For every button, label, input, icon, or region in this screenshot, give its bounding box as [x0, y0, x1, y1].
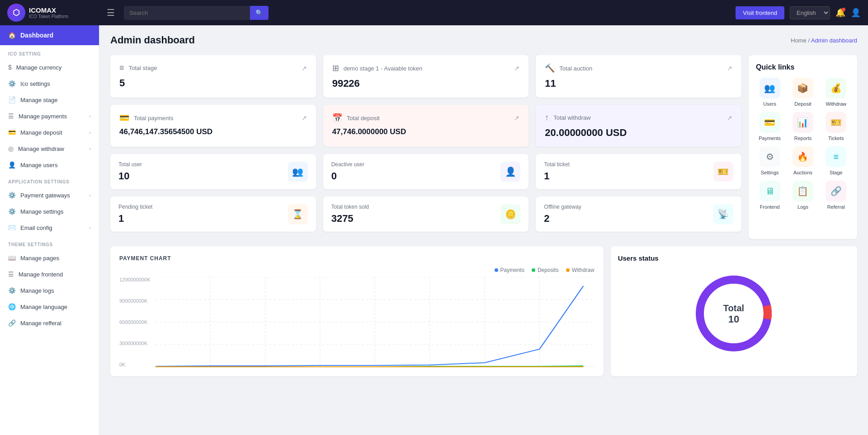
currency-icon: $: [8, 64, 12, 71]
total-ticket-label: Total ticket: [544, 161, 570, 168]
app-name: ICOMAX: [29, 6, 68, 14]
sidebar-item-manage-language[interactable]: 🌐 Manage language: [0, 299, 99, 315]
sidebar-label-manage-deposit: Manage deposit: [20, 129, 62, 136]
quick-link-deposit[interactable]: 📦 Deposit: [789, 78, 816, 107]
manage-frontend-icon: ☰: [8, 271, 14, 278]
quick-links-title: Quick links: [756, 63, 850, 71]
sidebar-item-dashboard[interactable]: 🏠 Dashboard: [0, 25, 99, 45]
total-withdraw-arrow: ↗: [727, 114, 732, 122]
search-input[interactable]: [124, 6, 250, 20]
breadcrumb-home[interactable]: Home: [791, 37, 807, 44]
small-stat-pending-ticket: Pending ticket 1 ⌛: [110, 196, 316, 232]
svg-text:Total: Total: [723, 303, 744, 313]
sidebar-item-email-config[interactable]: ✉️ Email config ›: [0, 220, 99, 236]
sidebar-item-manage-payments[interactable]: ☰ Manage payments ›: [0, 108, 99, 124]
small-stat-total-ticket: Total ticket 1 🎫: [536, 154, 741, 189]
quick-link-withdraw[interactable]: 💰 Withdraw: [822, 78, 850, 107]
total-deposit-label: Total deposit: [347, 115, 380, 122]
quick-link-auctions[interactable]: 🔥 Auctions: [789, 146, 816, 175]
sidebar-dashboard-label: Dashboard: [20, 32, 53, 39]
quick-link-tickets[interactable]: 🎫 Tickets: [822, 112, 850, 141]
sidebar-label-manage-currency: Manage currency: [16, 64, 61, 71]
svg-text:10: 10: [728, 313, 739, 325]
settings-quick-icon: ⚙: [760, 146, 780, 167]
chevron-right-icon-3: ›: [89, 146, 91, 151]
sidebar-item-manage-stage[interactable]: 📄 Manage stage: [0, 92, 99, 108]
logo-icon: ⬡: [7, 4, 25, 22]
total-user-value: 10: [118, 170, 142, 182]
total-stage-icon: ≡: [119, 63, 124, 73]
payments-quick-label: Payments: [759, 136, 781, 141]
stage-quick-icon: ≡: [826, 146, 846, 167]
quick-link-referral[interactable]: 🔗 Referral: [822, 181, 850, 210]
sidebar-item-manage-deposit[interactable]: 💳 Manage deposit ›: [0, 124, 99, 140]
chevron-right-icon-2: ›: [89, 130, 91, 135]
sidebar-item-manage-withdraw[interactable]: ◎ Manage withdraw ›: [0, 140, 99, 157]
total-user-icon: 👥: [288, 162, 308, 182]
chevron-right-icon-5: ›: [89, 225, 91, 230]
demo-stage-arrow: ↗: [514, 65, 519, 72]
manage-users-icon: 👤: [8, 161, 16, 168]
sidebar: 🏠 Dashboard ICO SETTING $ Manage currenc…: [0, 25, 99, 435]
quick-links-card: Quick links 👥 Users 📦 Deposit 💰 Withdraw: [749, 55, 857, 239]
search-button[interactable]: 🔍: [250, 6, 269, 20]
stat-card-total-auction: 🔨 Total auction ↗ 11: [536, 55, 741, 98]
users-quick-label: Users: [763, 101, 776, 107]
referral-quick-icon: 🔗: [826, 181, 846, 201]
sidebar-label-ico-settings: Ico settings: [20, 80, 50, 87]
manage-deposit-icon: 💳: [8, 129, 16, 136]
notifications-button[interactable]: 🔔: [835, 8, 845, 18]
sidebar-section-ico: ICO SETTING: [0, 45, 99, 59]
stat-card-total-deposit: 📅 Total deposit ↗ 47,746.0000000 USD: [323, 105, 529, 147]
sidebar-item-manage-logs[interactable]: ⚙️ Manage logs: [0, 282, 99, 299]
stat-card-demo-stage: ⊞ demo stage 1 - Avaiable token ↗ 99226: [323, 55, 529, 98]
quick-link-users[interactable]: 👥 Users: [756, 78, 783, 107]
sidebar-item-manage-pages[interactable]: 📖 Manage pages: [0, 250, 99, 266]
sidebar-item-manage-settings[interactable]: ⚙️ Manage settings: [0, 203, 99, 220]
total-auction-arrow: ↗: [727, 65, 732, 72]
sidebar-item-manage-frontend[interactable]: ☰ Manage frontend: [0, 266, 99, 282]
quick-link-frontend[interactable]: 🖥 Frontend: [756, 181, 783, 210]
user-profile-button[interactable]: 👤: [851, 8, 861, 18]
quick-link-stage[interactable]: ≡ Stage: [822, 146, 850, 175]
app-subtitle: ICO Token Platform: [29, 14, 68, 19]
navbar-right: Visit frontend English French Spanish 🔔 …: [736, 6, 861, 19]
donut-chart: Total 10: [618, 268, 850, 359]
deposit-quick-label: Deposit: [794, 101, 811, 107]
stats-column: ≡ Total stage ↗ 5 ⊞ demo stage 1 - Avaia…: [110, 55, 741, 239]
quick-link-reports[interactable]: 📊 Reports: [789, 112, 816, 141]
language-select[interactable]: English French Spanish: [790, 6, 830, 19]
ico-settings-icon: ⚙️: [8, 80, 16, 87]
email-config-icon: ✉️: [8, 224, 16, 231]
total-withdraw-value: 20.00000000 USD: [545, 127, 732, 139]
sidebar-item-manage-users[interactable]: 👤 Manage users: [0, 157, 99, 173]
quick-link-payments[interactable]: 💳 Payments: [756, 112, 783, 141]
deactive-user-label: Deactive user: [331, 161, 364, 168]
breadcrumb-row: Admin dashboard Home / Admin dashboard: [110, 34, 857, 46]
total-withdraw-icon: ↑: [545, 113, 549, 122]
total-auction-icon: 🔨: [545, 63, 555, 73]
quick-link-logs[interactable]: 📋 Logs: [789, 181, 816, 210]
sidebar-item-ico-settings[interactable]: ⚙️ Ico settings: [0, 75, 99, 92]
pending-ticket-icon: ⌛: [288, 204, 308, 224]
payment-chart-card: PAYMENT CHART Payments Deposits Withdraw: [110, 246, 604, 376]
legend-label-payments: Payments: [500, 267, 524, 273]
frontend-quick-icon: 🖥: [760, 181, 780, 201]
quick-link-settings[interactable]: ⚙ Settings: [756, 146, 783, 175]
small-stat-deactive-user: Deactive user 0 👤: [323, 154, 529, 189]
hamburger-button[interactable]: ☰: [103, 5, 118, 20]
visit-frontend-button[interactable]: Visit frontend: [736, 6, 784, 19]
users-status-title: Users status: [618, 254, 850, 262]
legend-payments: Payments: [495, 267, 524, 273]
sidebar-item-manage-currency[interactable]: $ Manage currency: [0, 59, 99, 75]
total-token-value: 3275: [331, 213, 369, 225]
chart-svg: [156, 277, 594, 367]
mid-stats-grid: 💳 Total payments ↗ 46,746,147.35654500 U…: [110, 105, 741, 147]
sidebar-label-manage-users: Manage users: [20, 162, 57, 168]
users-quick-icon: 👥: [760, 78, 780, 98]
legend-dot-payments: [495, 268, 498, 272]
notification-dot: [842, 8, 845, 11]
total-stage-label: Total stage: [129, 65, 157, 71]
sidebar-item-payment-gateways[interactable]: ⚙️ Payment gateways ›: [0, 187, 99, 203]
sidebar-item-manage-referral[interactable]: 🔗 Manage refferal: [0, 315, 99, 331]
